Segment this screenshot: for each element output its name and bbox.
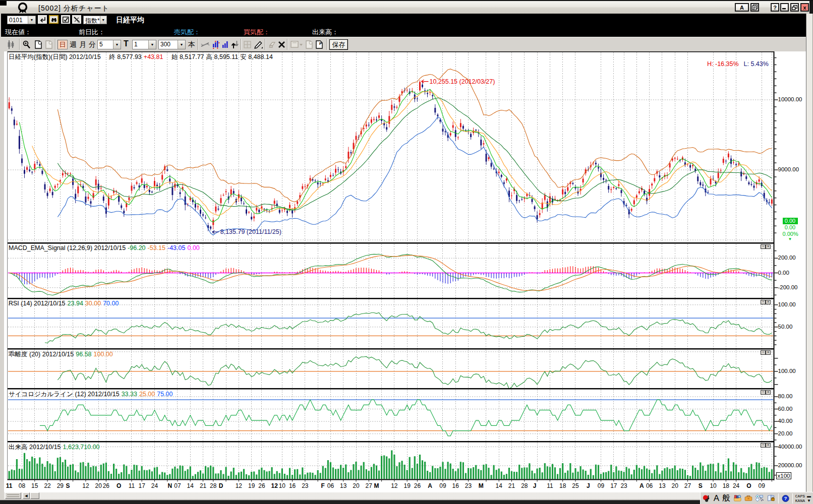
delete-x-tool-button[interactable] — [276, 40, 286, 49]
rsi-header-value-0: 23.94 — [68, 300, 83, 307]
page-copy-button[interactable] — [304, 40, 314, 49]
x-axis-week-label: 12 — [236, 482, 242, 489]
eraser-tool-button[interactable] — [267, 40, 277, 49]
minute-span-dropdown-icon[interactable]: ▼ — [113, 40, 121, 49]
restore-button[interactable] — [790, 3, 799, 12]
histogram-red-tool-button[interactable] — [211, 40, 221, 49]
category-combobox[interactable]: 指数* ▼ — [83, 16, 107, 24]
high-pct-label: H: -16.35% — [707, 60, 739, 68]
bar-count-combobox[interactable]: 300 ▼ — [158, 40, 186, 49]
chart-region: 10000.009000.00200.000.00-200.00100.0050… — [1, 51, 806, 492]
vol-panel-close-button[interactable]: × — [766, 443, 771, 448]
main-axis-label-0: 10000.00 — [778, 96, 802, 102]
candlestick-tool-button[interactable] — [6, 40, 16, 49]
page-print-button[interactable]: P — [314, 40, 324, 49]
vol-axis-label-0: 40000.00 — [778, 444, 802, 450]
main-header-part: 安 8,488.14 — [240, 53, 273, 60]
rsi-panel-minimize-button[interactable]: − — [761, 300, 766, 304]
ime-input-mode-button[interactable]: A — [714, 493, 719, 503]
help-button[interactable]: ? — [771, 3, 779, 12]
close-button[interactable]: x — [800, 3, 809, 12]
macd-panel-close-button[interactable]: × — [766, 244, 771, 249]
psy-panel-close-button[interactable]: × — [766, 390, 771, 395]
search-button[interactable] — [49, 15, 59, 24]
period-minute-button[interactable]: 分 — [89, 40, 96, 49]
volume-label: 出来高： — [312, 28, 338, 37]
low-annotation: 8,135.79 (2011/11/25) — [220, 228, 281, 235]
x-axis-month-label: S — [699, 482, 703, 489]
chart-canvas[interactable] — [4, 51, 806, 492]
tick-button[interactable]: T — [124, 39, 129, 48]
save-image-dropdown-button[interactable] — [289, 40, 303, 49]
histogram-blue-tool-button[interactable] — [220, 40, 230, 49]
vol-panel-minimize-button[interactable]: − — [761, 443, 766, 448]
page-d-button[interactable] — [33, 40, 43, 49]
x-axis-week-label: 06 — [327, 482, 334, 489]
toolbar-separator — [198, 39, 199, 50]
page-print-icon: P — [316, 40, 323, 49]
code-dropdown-icon[interactable]: ▼ — [28, 16, 35, 24]
horizontal-scrollbar[interactable]: ◀ — [4, 492, 805, 499]
vol-axis-label-1: 20000.00 — [778, 462, 802, 468]
psy-header-value-1: 25.00 — [139, 391, 155, 398]
macd-header-value-0: -96.20 — [128, 244, 145, 251]
current-value: 0.00 — [783, 218, 798, 224]
period-day-button[interactable]: 日 — [57, 40, 68, 49]
zoom-tool-button[interactable] — [22, 40, 32, 49]
candlestick-icon — [7, 40, 15, 49]
ime-language-bar[interactable]: A 般 ? CAPSKANA ▬▼ — [700, 492, 813, 504]
dev-panel-minimize-button[interactable]: − — [761, 350, 766, 355]
period-week-button[interactable]: 週 — [70, 40, 77, 49]
psy-axis-label-2: 40.00 — [778, 418, 793, 424]
title-bar[interactable]: [5002] 分析チャート A ? x — [0, 0, 813, 14]
x-axis-week-label: 23 — [620, 482, 627, 489]
ime-shapes-icon[interactable] — [756, 493, 764, 503]
ime-caps-kana-indicator[interactable]: CAPSKANA — [795, 494, 805, 503]
dev-panel-buttons: −× — [761, 350, 771, 355]
save-button[interactable]: 保存 — [329, 39, 348, 50]
page-copy-icon — [306, 40, 313, 49]
ime-conversion-mode-button[interactable]: 般 — [722, 493, 730, 503]
ime-help-icon[interactable]: ? — [782, 493, 789, 503]
ime-minimize-controls[interactable]: ▬▼ — [807, 494, 811, 503]
scrollbar-left-arrow[interactable]: ◀ — [23, 492, 30, 499]
code-combobox[interactable]: 0101 ▼ — [7, 16, 36, 24]
updown-arrows-tool-button[interactable] — [230, 40, 240, 49]
edit-register-button[interactable] — [61, 15, 70, 24]
grid-tool-button[interactable] — [243, 40, 253, 49]
page-r-button[interactable] — [44, 40, 54, 49]
delete-register-button[interactable] — [72, 15, 81, 24]
bar-count-dropdown-icon[interactable]: ▼ — [178, 40, 185, 49]
category-dropdown-icon[interactable]: ▼ — [100, 16, 106, 24]
tick-count-combobox[interactable]: 1 ▼ — [132, 40, 156, 49]
copy-button[interactable] — [750, 3, 759, 12]
app-logo-icon — [17, 3, 29, 14]
copy-icon — [752, 5, 758, 10]
ime-pad-icon[interactable] — [767, 493, 775, 503]
minute-span-combobox[interactable]: 5 ▼ — [97, 40, 121, 49]
trendline-tool-button[interactable] — [200, 40, 210, 49]
minimize-button[interactable] — [780, 3, 789, 12]
dev-panel-close-button[interactable]: × — [766, 350, 771, 355]
x-axis-week-label: 08 — [19, 482, 25, 489]
ime-caps-label: CAPS — [795, 494, 805, 498]
ime-dictionary-icon[interactable] — [733, 493, 741, 503]
svg-text:P: P — [319, 41, 322, 46]
page-d-icon — [35, 40, 42, 49]
macd-panel-minimize-button[interactable]: − — [761, 244, 766, 249]
splitter-handle[interactable] — [5, 492, 21, 499]
grid-icon — [244, 41, 252, 49]
x-axis-week-label: 09 — [439, 482, 446, 489]
rsi-panel-close-button[interactable]: × — [766, 300, 771, 304]
ime-pen-icon[interactable] — [702, 493, 711, 503]
psy-panel-minimize-button[interactable]: − — [761, 390, 766, 395]
scrollbar-thumb[interactable] — [30, 492, 39, 499]
period-month-button[interactable]: 月 — [79, 40, 86, 49]
rsi-axis-label-0: 100.00 — [778, 301, 796, 307]
enter-arrow-icon — [39, 17, 46, 23]
tick-count-dropdown-icon[interactable]: ▼ — [148, 40, 156, 49]
ime-toolbox-icon[interactable] — [744, 493, 752, 503]
pencil-tool-button[interactable] — [253, 40, 263, 49]
font-button[interactable]: A — [735, 3, 749, 12]
enter-button[interactable] — [38, 15, 47, 24]
